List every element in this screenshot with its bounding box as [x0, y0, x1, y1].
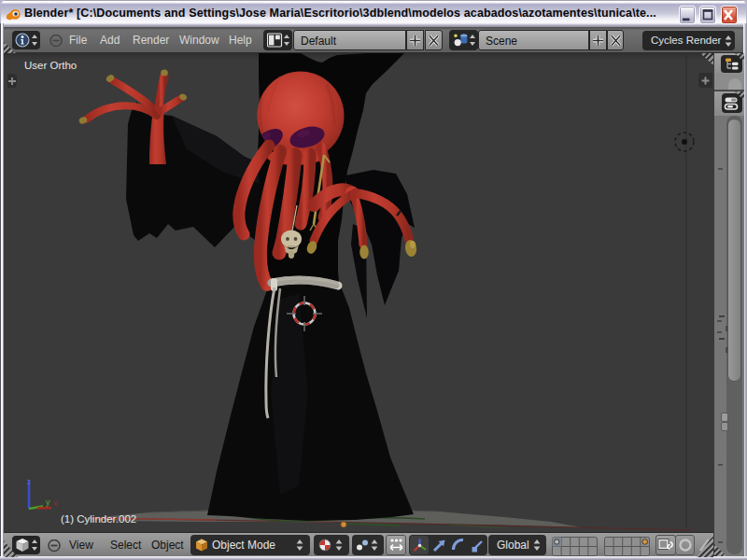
svg-text:z: z [27, 477, 32, 486]
svg-text:User Ortho: User Ortho [24, 60, 77, 71]
svg-text:(1) Cylinder.002: (1) Cylinder.002 [61, 513, 136, 525]
svg-text:x: x [53, 498, 58, 508]
svg-text:y: y [46, 497, 50, 507]
